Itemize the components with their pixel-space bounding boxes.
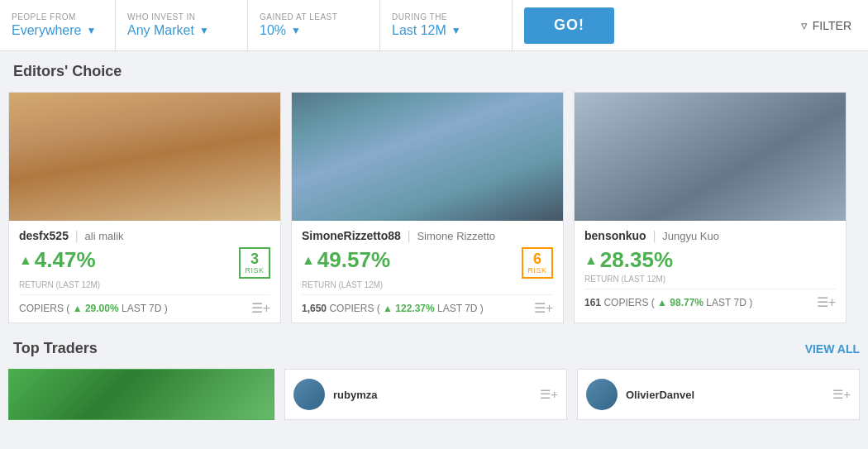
mini-username-1[interactable]: OlivierDanvel <box>626 389 694 401</box>
card-username-2[interactable]: bensonkuo <box>584 229 646 242</box>
trader-card-2: bensonkuo | Jungyu Kuo ▲ 28.35% RETURN (… <box>574 92 847 323</box>
gained-value[interactable]: 10% ▼ <box>260 23 368 38</box>
add-copier-icon-2[interactable]: ☰+ <box>817 294 836 310</box>
view-all-link[interactable]: VIEW ALL <box>805 342 860 356</box>
editors-choice-title: Editors' Choice <box>8 63 122 80</box>
mini-add-icon-1[interactable]: ☰+ <box>832 387 851 402</box>
card-copiers-2: 161 COPIERS ( ▲ 98.77% LAST 7D ) ☰+ <box>584 289 836 310</box>
who-invest-value[interactable]: Any Market ▼ <box>127 23 236 38</box>
card-return-0: ▲ 4.47% <box>19 247 96 273</box>
mini-avatar-img-0 <box>293 379 325 410</box>
filter-bar: PEOPLE FROM Everywhere ▼ WHO INVEST IN A… <box>0 0 868 51</box>
card-body-1: SimoneRizzetto88 | Simone Rizzetto ▲ 49.… <box>292 221 563 322</box>
card-identity-2: bensonkuo | Jungyu Kuo <box>584 229 836 242</box>
editors-choice-header: Editors' Choice <box>8 63 860 80</box>
card-identity-0: desfx525 | ali malik <box>19 229 270 242</box>
card-return-label-1: RETURN (LAST 12M) <box>302 280 553 289</box>
card-identity-1: SimoneRizzetto88 | Simone Rizzetto <box>302 229 553 242</box>
card-realname-1: Simone Rizzetto <box>417 230 495 242</box>
card-return-2: ▲ 28.35% <box>584 247 673 273</box>
card-username-0[interactable]: desfx525 <box>19 229 69 242</box>
mini-avatar-img-1 <box>586 379 618 410</box>
return-up-icon-0: ▲ <box>19 253 32 268</box>
people-from-value[interactable]: Everywhere ▼ <box>12 23 103 38</box>
people-from-caret-icon: ▼ <box>86 25 96 36</box>
card-realname-2: Jungyu Kuo <box>662 230 719 242</box>
card-body-2: bensonkuo | Jungyu Kuo ▲ 28.35% RETURN (… <box>575 221 846 317</box>
during-value[interactable]: Last 12M ▼ <box>392 23 500 38</box>
funnel-icon: ▿ <box>801 18 808 33</box>
mini-trader-card-1: OlivierDanvel ☰+ <box>577 369 860 420</box>
filter-button[interactable]: ▿ FILTER <box>793 18 860 33</box>
people-from-label: PEOPLE FROM <box>12 12 103 21</box>
mini-avatar-0 <box>293 379 325 410</box>
copiers-count-2: 161 <box>584 297 601 308</box>
copiers-gain-1: ▲ 122.37% <box>383 303 435 314</box>
card-return-row-2: ▲ 28.35% <box>584 247 836 273</box>
mini-trader-card-0: rubymza ☰+ <box>284 369 567 420</box>
card-return-row-1: ▲ 49.57% 6 RISK <box>302 247 553 279</box>
card-body-0: desfx525 | ali malik ▲ 4.47% 3 RISK RETU… <box>9 221 280 322</box>
gained-filter[interactable]: GAINED AT LEAST 10% ▼ <box>248 0 380 50</box>
copiers-count-1: 1,650 <box>302 303 327 314</box>
card-return-label-2: RETURN (LAST 12M) <box>584 275 836 284</box>
trader-photo-2 <box>575 93 846 221</box>
top-traders-header: Top Traders VIEW ALL <box>8 340 860 357</box>
card-realname-0: ali malik <box>85 230 124 242</box>
mini-cards-row: rubymza ☰+ OlivierDanvel ☰+ <box>8 369 860 420</box>
trader-card-1: SimoneRizzetto88 | Simone Rizzetto ▲ 49.… <box>291 92 564 323</box>
who-invest-filter[interactable]: WHO INVEST IN Any Market ▼ <box>116 0 248 50</box>
mini-card-chart[interactable] <box>8 369 274 420</box>
editors-choice-section: Editors' Choice desfx525 | ali malik ▲ 4… <box>0 51 868 332</box>
during-caret-icon: ▼ <box>451 25 461 36</box>
copiers-gain-2: ▲ 98.77% <box>657 297 703 308</box>
card-return-1: ▲ 49.57% <box>302 247 390 273</box>
add-copier-icon-0[interactable]: ☰+ <box>251 300 270 316</box>
card-copiers-1: 1,650 COPIERS ( ▲ 122.37% LAST 7D ) ☰+ <box>302 294 553 316</box>
who-invest-caret-icon: ▼ <box>199 25 209 36</box>
card-photo-1 <box>292 93 563 221</box>
trader-photo-1 <box>292 93 563 221</box>
go-button[interactable]: GO! <box>524 7 614 44</box>
risk-badge-0: 3 RISK <box>239 247 270 279</box>
add-copier-icon-1[interactable]: ☰+ <box>534 300 553 316</box>
trader-card-0: desfx525 | ali malik ▲ 4.47% 3 RISK RETU… <box>8 92 281 323</box>
who-invest-label: WHO INVEST IN <box>127 12 236 21</box>
top-traders-title: Top Traders <box>8 340 98 357</box>
during-filter[interactable]: DURING THE Last 12M ▼ <box>380 0 513 50</box>
editors-choice-cards: desfx525 | ali malik ▲ 4.47% 3 RISK RETU… <box>8 92 860 323</box>
return-up-icon-2: ▲ <box>584 253 598 268</box>
card-photo-2 <box>575 93 846 221</box>
gained-caret-icon: ▼ <box>291 25 301 36</box>
trader-photo-0 <box>9 93 280 221</box>
risk-badge-1: 6 RISK <box>522 247 553 279</box>
gained-label: GAINED AT LEAST <box>260 12 368 21</box>
return-up-icon-1: ▲ <box>302 253 315 268</box>
mini-username-0[interactable]: rubymza <box>333 389 377 401</box>
top-traders-section: Top Traders VIEW ALL rubymza ☰+ OlivierD… <box>0 332 868 420</box>
during-label: DURING THE <box>392 12 500 21</box>
card-return-row-0: ▲ 4.47% 3 RISK <box>19 247 270 279</box>
card-copiers-0: COPIERS ( ▲ 29.00% LAST 7D ) ☰+ <box>19 294 270 316</box>
card-username-1[interactable]: SimoneRizzetto88 <box>302 229 401 242</box>
mini-add-icon-0[interactable]: ☰+ <box>540 387 558 402</box>
card-return-label-0: RETURN (LAST 12M) <box>19 280 270 289</box>
mini-avatar-1 <box>586 379 618 410</box>
card-photo-0 <box>9 93 280 221</box>
people-from-filter[interactable]: PEOPLE FROM Everywhere ▼ <box>8 0 116 50</box>
copiers-gain-0: ▲ 29.00% <box>73 303 119 314</box>
